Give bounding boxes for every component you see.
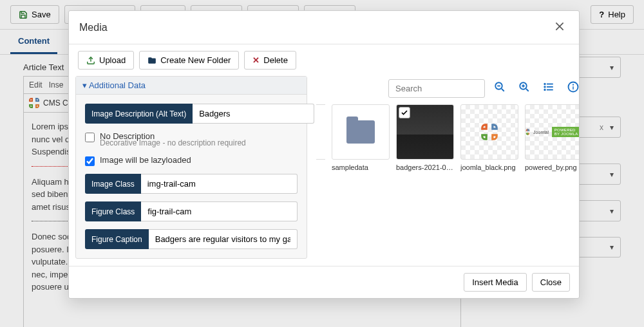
image-class-field: Image Class [85, 174, 298, 194]
lazyload-label: Image will be lazyloaded [100, 155, 191, 165]
upload-label: Upload [99, 55, 126, 65]
no-description-checkbox[interactable] [85, 133, 95, 142]
thumbnail-grid: sampledata badgers-2021-05-... [316, 104, 579, 171]
alt-text-label: Image Description (Alt Text) [85, 104, 193, 124]
folder-sampledata[interactable]: sampledata [332, 104, 390, 171]
folder-icon [346, 120, 375, 144]
modal-footer: Insert Media Close [69, 266, 579, 298]
modal-toolbar: Upload Create New Folder ✕ Delete [69, 44, 579, 76]
folder-thumb[interactable] [316, 104, 325, 160]
search-input[interactable] [388, 79, 485, 98]
image-powered-by[interactable]: Joomla! POWERED BY JOOMLA powered_by.png [525, 104, 579, 171]
image-class-label: Image Class [85, 174, 141, 194]
svg-line-4 [502, 89, 504, 91]
new-folder-button[interactable]: Create New Folder [139, 51, 239, 70]
insert-media-button[interactable]: Insert Media [464, 273, 527, 292]
delete-label: Delete [263, 55, 288, 65]
info-icon[interactable] [564, 79, 579, 98]
figure-class-input[interactable] [141, 201, 298, 221]
close-button[interactable]: Close [532, 273, 570, 292]
modal-header: Media [69, 11, 579, 44]
additional-data-toggle[interactable]: ▾ Additional Data [76, 77, 307, 95]
insert-media-label: Insert Media [472, 277, 518, 287]
svg-rect-18 [573, 86, 574, 89]
delete-icon: ✕ [252, 55, 260, 65]
svg-point-13 [544, 84, 545, 85]
modal-title: Media [79, 22, 108, 33]
close-icon[interactable] [551, 19, 569, 36]
zoom-in-icon[interactable] [515, 79, 534, 98]
image-joomla-black[interactable]: joomla_black.png [460, 104, 518, 171]
additional-data-label: Additional Data [89, 80, 146, 90]
thumb-label: powered_by.png [525, 164, 579, 171]
figure-caption-field: Figure Caption [85, 229, 298, 249]
alt-text-input[interactable] [193, 104, 314, 124]
close-label: Close [540, 277, 562, 287]
thumb-label: joomla_black.png [460, 164, 518, 171]
upload-button[interactable]: Upload [78, 51, 134, 70]
modal-body: ▾ Additional Data Image Description (Alt… [69, 76, 579, 266]
figure-caption-label: Figure Caption [85, 229, 149, 249]
figure-class-field: Figure Class [85, 201, 298, 221]
svg-line-7 [526, 89, 529, 91]
powered-by-preview: Joomla! POWERED BY JOOMLA [525, 127, 579, 137]
selected-check-icon[interactable] [399, 107, 410, 118]
upload-icon [86, 56, 95, 65]
figure-class-label: Figure Class [85, 201, 141, 221]
delete-button[interactable]: ✕ Delete [244, 51, 296, 70]
svg-point-14 [544, 86, 545, 88]
zoom-out-icon[interactable] [490, 79, 509, 98]
folder-icon [147, 56, 156, 65]
joomla-icon [481, 124, 498, 140]
triangle-down-icon: ▾ [82, 80, 87, 90]
browser-toolbar [316, 76, 579, 104]
svg-point-15 [544, 89, 545, 91]
thumb-label: sampledata [332, 164, 390, 171]
lazyload-row[interactable]: Image will be lazyloaded [85, 155, 298, 166]
lazyload-checkbox[interactable] [85, 156, 95, 166]
media-modal: Media Upload Create New Folder ✕ Delete [68, 10, 580, 299]
thumb-clip [316, 104, 325, 171]
list-view-icon[interactable] [539, 79, 558, 98]
no-description-sublabel: Decorative Image - no description requir… [100, 138, 298, 147]
thumb-label: badgers-2021-05-... [396, 164, 454, 171]
alt-text-field: Image Description (Alt Text) [85, 104, 298, 124]
image-class-input[interactable] [141, 174, 298, 194]
additional-data-panel: ▾ Additional Data Image Description (Alt… [69, 76, 307, 266]
media-browser: sampledata badgers-2021-05-... [307, 76, 579, 266]
image-badgers[interactable]: badgers-2021-05-... [396, 104, 454, 171]
new-folder-label: Create New Folder [160, 55, 231, 65]
svg-point-17 [573, 84, 574, 86]
figure-caption-input[interactable] [149, 229, 298, 249]
